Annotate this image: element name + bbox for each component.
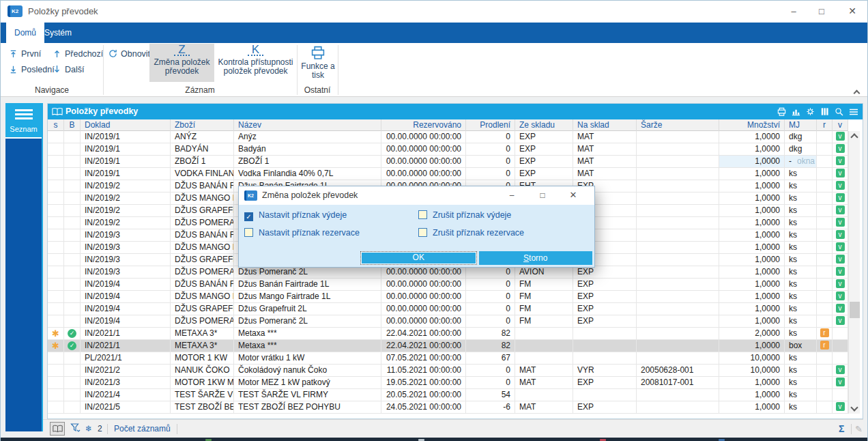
next-button[interactable]: Další [53,63,84,76]
col-header-nazev[interactable]: Název [234,119,381,131]
cell-b [64,131,81,143]
dialog-close-button[interactable]: ✕ [562,186,585,204]
refresh-button[interactable]: Obnovit [108,47,150,61]
columns-icon[interactable] [820,106,830,117]
table-row[interactable]: IN/2021/2NANUK ČOKOČokoládový nanuk Čoko… [48,365,848,377]
vertical-scrollbar[interactable] [848,131,860,414]
table-row[interactable]: IN/2019/1ZBOŽÍ 1ZBOŽÍ 100.00.0000 00:00:… [48,156,848,168]
menu-icon[interactable] [848,106,859,117]
col-header-zbozi[interactable]: Zboží [171,119,234,131]
cell-prodleni: 82 [466,328,515,340]
col-header-b[interactable]: B [64,119,81,131]
col-header-mnozstvi[interactable]: Množství [719,119,785,131]
sidebar-tab-seznam[interactable]: Seznam [5,103,42,139]
change-items-button[interactable]: Z Změna položek převodek [149,44,214,82]
scroll-up-icon[interactable] [850,133,858,141]
storno-button[interactable]: Storno [479,251,593,265]
checkbox[interactable] [418,228,427,237]
table-row[interactable]: IN/2019/4DŽUS GRAPEFRUI...Džus Grapefrui… [48,303,848,315]
checkbox[interactable]: ✓ [244,212,253,221]
tab-system[interactable]: Systém [36,23,80,43]
close-button[interactable]: ✕ [839,1,866,22]
book-icon[interactable] [50,422,65,436]
ribbon-collapse-button[interactable] [854,88,859,98]
dialog-minimize-button[interactable]: – [500,186,523,204]
col-header-mj[interactable]: MJ [785,119,817,131]
functions-print-button[interactable]: Funkce a tisk [299,44,337,82]
chart-icon[interactable] [791,106,802,117]
cell-sarze [637,328,719,340]
checkbox[interactable] [418,210,427,219]
cell-r [817,401,833,414]
check-icon: ✓ [68,341,76,350]
dialog-title: Změna položek převodek [262,190,358,200]
print-icon[interactable] [777,106,787,117]
dispatch-badge: v [836,365,845,374]
cell-doklad: IN/2021/4 [81,389,171,401]
table-row[interactable]: IN/2019/4DŽUS BANÁN FAIR...Džus Banán Fa… [48,279,848,291]
cell-b [64,401,81,414]
cell-r [817,291,833,303]
scrollbar-thumb[interactable] [850,302,860,318]
cell-doklad: IN/2019/2 [81,180,171,193]
table-row[interactable]: IN/2021/5TEST ZBOŽÍ BEZ P...TEST ZBOŽÍ B… [48,401,848,414]
sum-icon[interactable]: Σ [839,423,844,436]
ok-button[interactable]: OK [362,253,476,264]
col-header-prodleni[interactable]: Prodlení [466,119,515,131]
cell-b [64,315,81,328]
table-row[interactable]: ✱✓IN/2021/1METAXA 3*Metaxa ***22.04.2021… [48,340,848,352]
cell-sarze [637,205,719,217]
cell-mj: ks [785,254,817,266]
table-row[interactable]: PL/2021/1MOTOR 1 KWMotor vrátku 1 kW07.0… [48,352,848,365]
first-button[interactable]: První [9,47,41,61]
col-header-r[interactable]: r [817,119,833,131]
cell-sarze [637,389,719,401]
scroll-down-icon[interactable] [850,403,858,411]
table-row[interactable]: IN/2019/1BADYÁNBadyán00.00.0000 00:00:00… [48,143,848,156]
cell-b [64,279,81,291]
cell-mj: box [785,340,817,352]
cell-sarze [637,254,719,266]
maximize-button[interactable]: □ [808,1,835,22]
minimize-button[interactable]: – [780,1,807,22]
cell-s [48,168,64,180]
cell-mnozstvi: 1,0000 [719,315,785,328]
cell-r [817,168,833,180]
ribbon-separator [338,45,338,95]
cell-mnozstvi: 1,0000 [719,254,785,266]
table-row[interactable]: IN/2019/4DŽUS POMERANČ...Džus Pomeranč 2… [48,315,848,328]
col-header-doklad[interactable]: Doklad [81,119,171,131]
table-row[interactable]: IN/2019/1ANÝZAnýz00.00.0000 00:00:000EXP… [48,131,848,143]
col-header-v[interactable]: v [833,119,848,131]
cell-zbozi: DŽUS MANGO FAI... [171,291,234,303]
table-row[interactable]: IN/2019/4DŽUS MANGO FAI...Džus Mango Fai… [48,291,848,303]
cell-rezervovano: 00.00.0000 00:00:00 [381,266,466,279]
col-header-na_sklad[interactable]: Na sklad [573,119,637,131]
cell-r [817,303,833,315]
col-header-s[interactable]: s [48,119,64,131]
checkbox[interactable] [244,228,253,237]
checkbox-row: Zrušit příznak rezervace [418,227,524,239]
previous-button[interactable]: Předchozí [53,47,103,61]
cell-s [48,205,64,217]
cell-doklad: IN/2019/3 [81,229,171,242]
col-header-sarze[interactable]: Šarže [637,119,719,131]
table-row[interactable]: IN/2019/1VODKA FINLANDI...Vodka Finlandi… [48,168,848,180]
cell-mj: ks [785,217,817,229]
table-row[interactable]: IN/2021/3MOTOR 1KW MEZMotor MEZ 1 kW pat… [48,377,848,389]
cell-mnozstvi: 10,0000 [719,352,785,365]
gear-icon[interactable] [805,106,816,117]
cell-ze_skladu: EXP [515,131,573,143]
check-accessibility-button[interactable]: K Kontrola přístupnosti položek převodek [215,44,296,82]
col-header-ze_skladu[interactable]: Ze skladu [515,119,573,131]
filter-icon[interactable] [70,423,81,436]
table-row[interactable]: IN/2019/3DŽUS POMERANČ...Džus Pomeranč 2… [48,266,848,279]
cell-s [48,131,64,143]
col-header-rezervovano[interactable]: Rezervováno [381,119,466,131]
last-button[interactable]: Poslední [9,63,55,76]
table-row[interactable]: IN/2021/4TEST ŠARŽE VL FIR...TEST ŠARŽE … [48,389,848,401]
table-row[interactable]: ✱✓IN/2021/1METAXA 3*Metaxa ***22.04.2021… [48,328,848,340]
dialog-maximize-button[interactable]: □ [531,186,554,204]
cell-doklad: IN/2021/5 [81,401,171,414]
zoom-icon[interactable] [834,106,845,117]
